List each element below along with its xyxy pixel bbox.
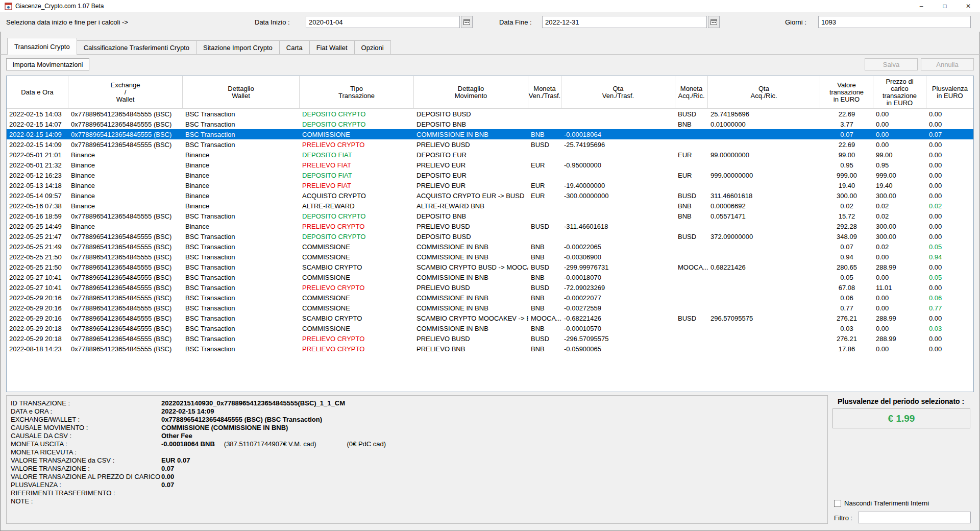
detail-line-causale-movimento: CAUSALE MOVIMENTO :COMMISSIONE (COMMISSI… [11,424,823,432]
cell: DEPOSITO CRYPTO [300,212,414,220]
cell: Binance [183,192,300,200]
hide-internal-transfers-checkbox[interactable] [834,500,841,507]
cell: 0.68221426 [708,263,820,271]
cell: 0.00 [926,192,973,200]
tab-transazioni-crypto[interactable]: Transazioni Crypto [7,38,77,55]
table-row[interactable]: 2022-05-29 20:160x77889654123654845555 (… [7,293,973,303]
table-row[interactable]: 2022-05-25 21:500x77889654123654845555 (… [7,252,973,262]
cell: 0.06 [926,294,973,302]
detail-value: 0.07 [161,481,174,489]
data-inizio-calendar-button[interactable] [461,16,473,28]
cell: 0.00 [926,223,973,230]
table-row[interactable]: 2022-02-15 14:090x77889654123654845555 (… [7,139,973,150]
maximize-button[interactable]: □ [933,0,957,12]
minimize-button[interactable]: – [910,0,933,12]
table-row[interactable]: 2022-05-29 20:180x77889654123654845555 (… [7,333,973,344]
window-title: Giacenze_Crypto.com 1.07 Beta [15,3,104,10]
column-header-dettaglio[interactable]: Dettaglio Movimento [414,76,528,108]
column-header-valore[interactable]: Valore transazione in EURO [820,76,873,108]
cell: 2022-02-15 14:07 [7,120,68,128]
table-row[interactable]: 2022-05-16 18:590x77889654123654845555 (… [7,211,973,221]
column-header-tipo[interactable]: Tipo Transazione [300,76,414,108]
cell: 372.09000000 [708,233,820,240]
table-row[interactable]: 2022-05-25 21:500x77889654123654845555 (… [7,262,973,272]
cell: 0x77889654123654845555 (BSC) [68,233,183,240]
detail-line-exchange-wallet: EXCHANGE/WALLET :0x77889654123654845555 … [11,416,823,424]
cell: BSC Transaction [183,315,300,322]
tab-calssificazione-trasferimenti-crypto[interactable]: Calssificazione Trasferimenti Crypto [77,40,197,55]
cell: 300.00 [820,192,873,200]
annulla-button[interactable]: Annulla [921,58,974,70]
table-row[interactable]: 2022-05-12 16:23BinanceBinanceDEPOSITO F… [7,170,973,180]
cell: PRELIEVO EUR [414,182,528,189]
tab-bar: Transazioni CryptoCalssificazione Trasfe… [0,38,980,55]
cell: 0x77889654123654845555 (BSC) [68,284,183,292]
cell: 0.02 [926,202,973,210]
giorni-input[interactable] [818,16,971,28]
tab-sitazione-import-crypto[interactable]: Sitazione Import Crypto [196,40,280,55]
window-controls: – □ ✕ [910,0,980,12]
cell: 0x77889654123654845555 (BSC) [68,263,183,271]
cell: BSC Transaction [183,110,300,118]
data-inizio-input[interactable] [306,16,460,28]
tab-opzioni[interactable]: Opzioni [354,40,391,55]
cell: 0x77889654123654845555 (BSC) [68,274,183,281]
cell: 0x77889654123654845555 (BSC) [68,315,183,322]
close-button[interactable]: ✕ [957,0,980,12]
table-row[interactable]: 2022-05-14 09:57BinanceBinanceACQUISTO C… [7,190,973,201]
table-row[interactable]: 2022-02-15 14:070x77889654123654845555 (… [7,119,973,129]
cell: 2022-05-29 20:16 [7,315,68,322]
table-row[interactable]: 2022-05-29 20:160x77889654123654845555 (… [7,313,973,323]
data-fine-input[interactable] [542,16,707,28]
column-header-qta[interactable]: Qta Acq./Ric. [708,76,820,108]
table-row[interactable]: 2022-05-01 21:32BinanceBinancePRELIEVO F… [7,160,973,170]
cell: -0.05900065 [561,345,675,353]
cell: BUSD [675,233,708,240]
table-row[interactable]: 2022-02-15 14:030x77889654123654845555 (… [7,109,973,119]
tab-carta[interactable]: Carta [279,40,310,55]
table-row[interactable]: 2022-05-29 20:160x77889654123654845555 (… [7,303,973,313]
cell: 0.00 [926,233,973,240]
tab-fiat-wallet[interactable]: Fiat Wallet [309,40,355,55]
cell: 348.09 [820,233,873,240]
table-row[interactable]: 2022-05-29 20:180x77889654123654845555 (… [7,323,973,333]
column-header-qta[interactable]: Qta Ven./Trasf. [561,76,675,108]
cell: 0.00 [926,315,973,322]
table-row[interactable]: 2022-05-25 21:490x77889654123654845555 (… [7,242,973,252]
cell: 0x77889654123654845555 (BSC) [68,141,183,149]
data-fine-calendar-button[interactable] [708,16,720,28]
importa-movimentazioni-button[interactable]: Importa Movimentazioni [6,58,89,70]
cell: 0.77 [926,304,973,312]
table-row[interactable]: 2022-08-18 14:230x77889654123654845555 (… [7,344,973,354]
salva-button[interactable]: Salva [865,58,918,70]
cell: SCAMBIO CRYPTO [300,263,414,271]
detail-label: PLUSVALENZA : [11,481,161,489]
cell: DEPOSITO CRYPTO [300,120,414,128]
column-header-moneta[interactable]: Moneta Acq./Ric. [675,76,708,108]
column-header-moneta[interactable]: Moneta Ven./Trasf. [528,76,561,108]
cell: -0.00272559 [561,304,675,312]
table-row[interactable]: 2022-05-27 10:410x77889654123654845555 (… [7,282,973,293]
table-row[interactable]: 2022-05-25 14:49BinanceBinancePRELIEVO C… [7,221,973,231]
calendar-icon [463,19,470,25]
cell: BSC Transaction [183,243,300,251]
hide-internal-transfers-row: Nascondi Traferimenti Interni [834,499,929,507]
cell: -25.74195696 [561,141,675,149]
table-row[interactable]: 2022-05-25 21:470x77889654123654845555 (… [7,231,973,242]
table-row[interactable]: 2022-02-15 14:090x77889654123654845555 (… [7,129,973,139]
column-header-dettaglio[interactable]: Dettaglio Wallet [183,76,300,108]
column-header-plusvalenza[interactable]: Plusvalenza in EURO [926,76,973,108]
table-row[interactable]: 2022-05-16 07:38BinanceBinanceALTRE-REWA… [7,201,973,211]
filtro-input[interactable] [858,512,971,523]
app-icon [5,3,12,10]
table-row[interactable]: 2022-05-13 14:18BinanceBinancePRELIEVO F… [7,180,973,190]
column-header-exchange[interactable]: Exchange / Wallet [68,76,183,108]
column-header-prezzo-di[interactable]: Prezzo di carico transazione in EURO [873,76,926,108]
column-header-data-e-ora[interactable]: Data e Ora [7,76,68,108]
cell: 2022-05-16 07:38 [7,202,68,210]
cell: 2022-05-27 10:41 [7,284,68,292]
cell: 999.00 [873,172,926,179]
table-row[interactable]: 2022-05-01 21:01BinanceBinanceDEPOSITO F… [7,150,973,160]
cell: 0.02 [873,212,926,220]
table-row[interactable]: 2022-05-27 10:410x77889654123654845555 (… [7,272,973,282]
